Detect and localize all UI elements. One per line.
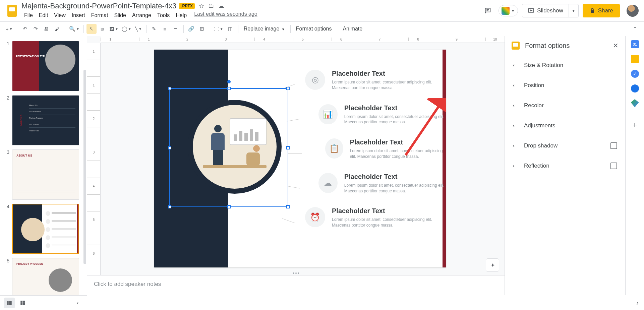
slide-number: 5 xyxy=(4,258,9,295)
filmstrip-view-icon[interactable] xyxy=(4,298,15,308)
target-icon: ◎ xyxy=(305,70,325,90)
item-title: Placeholder Text xyxy=(344,104,446,112)
crop-button[interactable]: ⛶ ▼ xyxy=(213,24,225,34)
side-panel: 31 + xyxy=(625,36,644,295)
clipboard-icon: 📋 xyxy=(325,138,343,159)
svg-rect-11 xyxy=(20,303,22,305)
comment-button[interactable]: ⊞ xyxy=(197,24,207,34)
panel-item-position[interactable]: ⌃ Position xyxy=(505,75,625,96)
tasks-icon[interactable] xyxy=(631,70,639,78)
grid-view-icon[interactable] xyxy=(17,298,28,308)
border-weight-button[interactable]: ≡ xyxy=(160,24,170,34)
menu-bar: File Edit View Insert Format Slide Arran… xyxy=(21,11,481,20)
border-dash-button[interactable]: ┅ xyxy=(171,24,181,34)
move-icon[interactable]: 🗀 xyxy=(208,2,214,10)
panel-item-reflection[interactable]: ⌃ Reflection xyxy=(505,156,625,176)
notes-drag-handle[interactable] xyxy=(292,271,300,275)
image-tool[interactable]: 🖼 ▼ xyxy=(108,24,120,34)
link-button[interactable]: 🔗 xyxy=(186,24,196,34)
last-edit-link[interactable]: Last edit was seconds ago xyxy=(194,11,257,20)
slide-item[interactable]: ☁ Placeholder TextLorem ipsum dolor sit … xyxy=(318,173,446,194)
add-icon[interactable]: + xyxy=(631,121,639,129)
paint-format-button[interactable]: 🖌 xyxy=(52,24,62,34)
scrollbar[interactable] xyxy=(83,70,86,264)
menu-edit[interactable]: Edit xyxy=(36,11,51,20)
new-slide-button[interactable]: + ▼ xyxy=(4,24,14,34)
clock-icon: ⏰ xyxy=(305,207,325,227)
panel-item-size-rotation[interactable]: ⌃ Size & Rotation xyxy=(505,55,625,75)
chevron-right-icon: ⌃ xyxy=(512,124,518,128)
svg-rect-7 xyxy=(7,301,9,305)
cloud-icon: ☁ xyxy=(318,173,338,193)
slideshow-dropdown[interactable]: ▼ xyxy=(569,4,578,17)
cloud-status-icon[interactable]: ☁ xyxy=(218,2,224,10)
menu-insert[interactable]: Insert xyxy=(69,11,88,20)
chevron-right-icon: ⌃ xyxy=(512,63,518,68)
mask-button[interactable]: ◫ xyxy=(225,24,235,34)
canvas[interactable]: 112345678910 11234567 xyxy=(87,36,505,295)
slide-thumb-1[interactable]: PRESENTATION TITLE xyxy=(12,41,79,91)
checkbox[interactable] xyxy=(610,163,617,169)
zoom-button[interactable]: 🔍 ▼ xyxy=(68,24,81,34)
slide-thumb-5[interactable]: PROJECT PROCESS xyxy=(12,258,79,295)
slide-item[interactable]: 📋 Placeholder TextLorem ipsum dolor sit … xyxy=(325,138,446,160)
panel-item-recolor[interactable]: ⌃ Recolor xyxy=(505,96,625,116)
keep-icon[interactable] xyxy=(631,55,639,63)
lock-icon xyxy=(589,8,595,14)
select-tool[interactable]: ↖ xyxy=(86,24,97,34)
speaker-notes[interactable]: Click to add speaker notes xyxy=(87,275,505,295)
menu-tools[interactable]: Tools xyxy=(155,11,172,20)
calendar-icon[interactable]: 31 xyxy=(631,40,639,48)
panel-title: Format options xyxy=(525,42,607,50)
slide-thumb-3[interactable]: ABOUT US xyxy=(12,149,79,200)
contacts-icon[interactable] xyxy=(631,84,639,92)
slide-item[interactable]: ⏰ Placeholder TextLorem ipsum dolor sit … xyxy=(305,207,446,228)
menu-slide[interactable]: Slide xyxy=(111,11,129,20)
svg-rect-9 xyxy=(20,301,22,303)
meet-icon xyxy=(502,7,510,15)
undo-button[interactable]: ↶ xyxy=(20,24,30,34)
slide-item[interactable]: ◎ Placeholder TextLorem ipsum dolor sit … xyxy=(305,70,446,91)
checkbox[interactable] xyxy=(610,142,617,149)
share-button[interactable]: Share xyxy=(583,4,620,17)
menu-format[interactable]: Format xyxy=(89,11,111,20)
slide-thumb-4[interactable] xyxy=(12,204,79,254)
redo-button[interactable]: ↷ xyxy=(31,24,41,34)
panel-item-drop-shadow[interactable]: ⌃ Drop shadow xyxy=(505,136,625,156)
toolbar-collapse-button[interactable]: ⌃ xyxy=(630,24,640,34)
slideshow-button[interactable]: Slideshow xyxy=(522,7,569,14)
animate-button[interactable]: Animate xyxy=(340,26,365,32)
slide[interactable]: ◎ Placeholder TextLorem ipsum dolor sit … xyxy=(154,50,446,267)
star-icon[interactable]: ☆ xyxy=(199,2,204,10)
slides-logo[interactable] xyxy=(5,4,19,17)
slide-item[interactable]: 📊 Placeholder TextLorem ipsum dolor sit … xyxy=(318,104,446,125)
collapse-filmstrip-icon[interactable]: ‹ xyxy=(72,298,83,308)
maps-icon[interactable] xyxy=(631,99,639,107)
menu-help[interactable]: Help xyxy=(173,11,189,20)
slide-thumb-2[interactable]: AGENDA About Us Our Services Project Pro… xyxy=(12,95,79,145)
horizontal-ruler: 112345678910 xyxy=(101,36,505,43)
comments-icon[interactable] xyxy=(481,4,494,17)
menu-arrange[interactable]: Arrange xyxy=(129,11,154,20)
account-avatar[interactable] xyxy=(627,5,639,17)
line-tool[interactable]: ╲ ▼ xyxy=(133,24,143,34)
close-icon[interactable]: ✕ xyxy=(613,42,619,50)
replace-image-button[interactable]: Replace image ▼ xyxy=(241,26,288,32)
shape-tool[interactable]: ◯ ▼ xyxy=(120,24,133,34)
svg-rect-8 xyxy=(9,301,12,305)
print-button[interactable]: 🖶 xyxy=(41,24,51,34)
menu-view[interactable]: View xyxy=(51,11,68,20)
explore-button[interactable]: ✦ xyxy=(486,258,499,272)
vertical-ruler: 11234567 xyxy=(87,43,101,295)
slide-illustration[interactable] xyxy=(193,105,277,189)
hide-side-panel-icon[interactable]: › xyxy=(636,299,639,307)
menu-file[interactable]: File xyxy=(21,11,36,20)
chart-icon: 📊 xyxy=(318,104,338,124)
border-color-button[interactable]: ✎ xyxy=(149,24,159,34)
panel-item-adjustments[interactable]: ⌃ Adjustments xyxy=(505,116,625,136)
textbox-tool[interactable]: ⧈ xyxy=(97,24,107,34)
format-options-button[interactable]: Format options xyxy=(293,26,335,32)
meet-button[interactable]: ▼ xyxy=(499,5,518,16)
pptx-badge: .PPTX xyxy=(179,3,195,9)
doc-title[interactable]: Majenta-Background-PowerPoint-Template-4… xyxy=(21,2,176,10)
